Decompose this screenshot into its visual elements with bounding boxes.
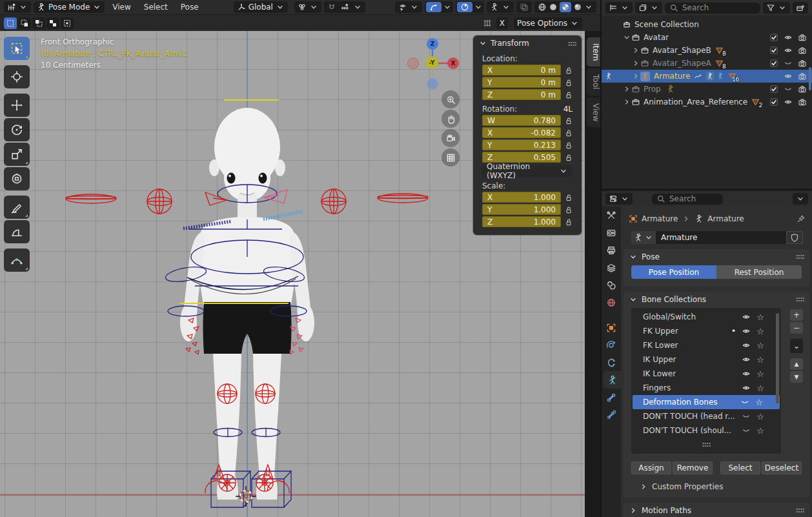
shading-material-button[interactable] — [560, 2, 571, 12]
select-mode-intersect-button[interactable] — [61, 17, 74, 29]
sidebar-tab-view[interactable]: View — [587, 97, 600, 127]
exclude-checkbox[interactable] — [769, 59, 778, 68]
outliner-row[interactable]: Scene Collection — [602, 18, 812, 31]
outliner-item-label[interactable]: Avatar_ShapeA — [653, 59, 711, 68]
disable-render-toggle[interactable] — [798, 85, 807, 94]
visibility-eye-toggle[interactable] — [742, 383, 751, 392]
mirror-x-butterfly-icon[interactable] — [483, 19, 492, 28]
outliner-row[interactable]: Prop — [602, 83, 812, 96]
disable-render-toggle[interactable] — [798, 72, 807, 81]
mirror-x-button[interactable]: X — [496, 17, 508, 29]
list-scrollbar[interactable] — [776, 313, 779, 403]
transform-value-field[interactable]: Y0 m — [482, 77, 561, 88]
fake-user-button[interactable] — [786, 231, 803, 244]
axis-neg-x-ball[interactable] — [407, 57, 419, 69]
visibility-eye-toggle[interactable] — [742, 327, 751, 336]
breadcrumb-data[interactable]: Armature — [707, 214, 744, 223]
axis-z-ball[interactable]: Z — [427, 38, 438, 50]
shading-wireframe-icon[interactable] — [538, 3, 547, 12]
tool-cursor-button[interactable] — [4, 65, 30, 88]
properties-tab-render[interactable] — [602, 224, 621, 241]
properties-tab-object[interactable] — [602, 319, 621, 336]
visibility-eye-toggle[interactable] — [742, 355, 751, 364]
motion-paths-header[interactable]: Motion Paths :::: — [624, 503, 809, 517]
tool-measure-button[interactable] — [4, 220, 30, 243]
bone-collection-row[interactable]: FK Lower☆ — [631, 338, 781, 352]
lock-open-icon[interactable] — [561, 218, 576, 227]
toggle-xray-button[interactable] — [516, 1, 532, 13]
lock-open-icon[interactable] — [561, 78, 576, 87]
lock-open-icon[interactable] — [561, 141, 576, 150]
bone-collection-row[interactable]: FK Upper•☆ — [631, 324, 781, 338]
outliner-item-label[interactable]: Animation_Area_Reference — [644, 97, 747, 106]
lock-open-icon[interactable] — [561, 205, 576, 214]
transform-value-field[interactable]: Y0.213 — [482, 139, 561, 150]
visibility-eye-toggle[interactable] — [742, 312, 751, 321]
viewport-3d[interactable]: Front Orthographic (0) Armature : CTRL_F… — [0, 31, 585, 517]
bone-collection-row[interactable]: DON'T TOUCH (shoul...☆ — [631, 423, 781, 438]
expander-icon[interactable] — [622, 33, 631, 42]
select-mode-subtract-button[interactable] — [32, 17, 45, 29]
select-button[interactable]: Select — [720, 461, 760, 474]
move-down-button[interactable]: ▼ — [790, 371, 803, 383]
new-collection-button[interactable] — [793, 2, 808, 14]
show-overlays-toggle[interactable] — [457, 2, 472, 12]
properties-options-dropdown[interactable] — [793, 193, 808, 205]
properties-tab-scene[interactable] — [602, 276, 621, 294]
lock-open-icon[interactable] — [561, 193, 576, 202]
outliner-item-label[interactable]: Prop — [644, 85, 661, 94]
tool-scale-button[interactable] — [4, 143, 30, 166]
solo-star-toggle[interactable]: ☆ — [755, 398, 763, 407]
custom-properties-subpanel[interactable]: Custom Properties — [624, 474, 809, 492]
properties-tab-armature-data[interactable] — [604, 371, 621, 389]
expander-icon[interactable] — [631, 59, 640, 68]
outliner-filter-dropdown[interactable] — [763, 2, 790, 14]
disable-render-toggle[interactable] — [798, 59, 807, 68]
properties-tab-physics[interactable] — [602, 336, 621, 354]
outliner-row[interactable]: Animation_Area_Reference2 — [602, 96, 812, 108]
properties-search-input[interactable]: Search — [652, 194, 723, 205]
visibility-eye-toggle[interactable] — [742, 426, 751, 435]
drag-handle-icon[interactable]: :::: — [795, 295, 804, 303]
editor-type-button[interactable] — [4, 1, 31, 13]
select-mode-set-button[interactable] — [4, 17, 17, 29]
outliner-row[interactable]: Avatar — [602, 31, 812, 44]
specials-dropdown[interactable]: ⌄ — [790, 339, 803, 353]
disable-render-toggle[interactable] — [798, 33, 807, 42]
exclude-checkbox[interactable] — [769, 97, 778, 106]
sidebar-tab-item[interactable]: Item — [587, 37, 600, 66]
pose-panel-header[interactable]: Pose :::: — [624, 249, 809, 264]
outliner-row[interactable]: Avatar_ShapeB8 — [602, 44, 812, 57]
select-mode-extend-button[interactable] — [18, 17, 31, 29]
visibility-eye-toggle[interactable] — [742, 341, 751, 350]
transform-value-field[interactable]: Z1.000 — [482, 216, 561, 227]
hide-eye-toggle[interactable] — [784, 72, 793, 81]
disable-render-toggle[interactable] — [798, 46, 807, 55]
hide-eye-toggle[interactable] — [784, 97, 793, 106]
select-mode-invert-button[interactable] — [46, 17, 59, 29]
pose-display-dropdown[interactable] — [487, 1, 514, 13]
transform-panel-header[interactable]: Transform :::: — [473, 35, 582, 51]
properties-tab-constraint[interactable] — [602, 354, 621, 371]
snap-magnet-icon[interactable] — [327, 3, 336, 12]
disable-render-toggle[interactable] — [798, 97, 807, 106]
exclude-checkbox[interactable] — [769, 33, 778, 42]
hide-eye-toggle[interactable] — [784, 59, 793, 68]
pivot-point-dropdown[interactable] — [294, 1, 321, 13]
id-name-field[interactable]: Armature — [656, 231, 786, 244]
camera-view-button[interactable] — [442, 129, 460, 147]
properties-display-dropdown[interactable] — [605, 193, 633, 205]
drag-handle-icon[interactable]: :::: — [567, 39, 576, 48]
expander-icon[interactable] — [631, 72, 640, 81]
move-up-button[interactable]: ▲ — [790, 358, 803, 370]
pin-icon[interactable] — [797, 214, 806, 223]
visibility-eye-toggle[interactable] — [742, 369, 751, 378]
exclude-checkbox[interactable] — [769, 46, 778, 55]
drag-handle-icon[interactable]: :::: — [795, 252, 804, 261]
solo-star-toggle[interactable]: ☆ — [756, 412, 764, 421]
zoom-button[interactable] — [442, 90, 460, 108]
tool-annotate-button[interactable] — [4, 196, 30, 219]
hide-eye-toggle[interactable] — [784, 33, 793, 42]
shading-rendered-icon[interactable] — [573, 3, 582, 12]
sidebar-tab-tool[interactable]: Tool — [587, 68, 600, 95]
